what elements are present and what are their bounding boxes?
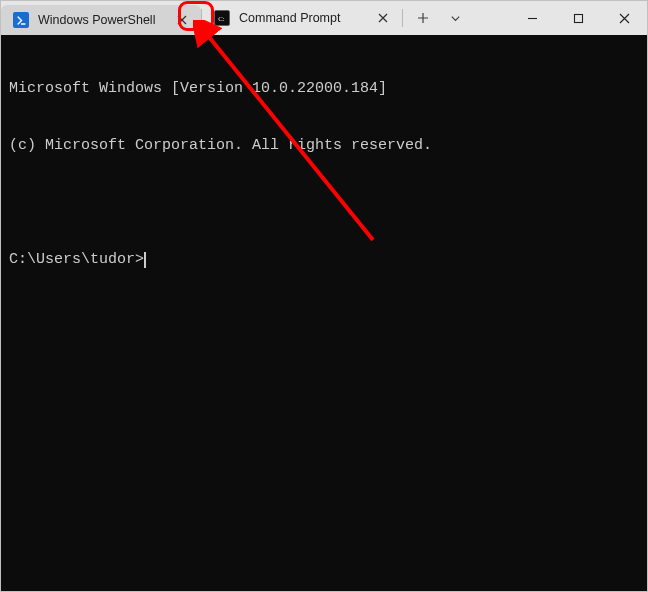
tab-label: Command Prompt xyxy=(239,11,365,25)
window-controls xyxy=(509,1,647,35)
terminal-output[interactable]: Microsoft Windows [Version 10.0.22000.18… xyxy=(1,35,647,591)
terminal-window: Windows PowerShell C: Command Prompt xyxy=(0,0,648,592)
tab-label: Windows PowerShell xyxy=(38,13,164,27)
prompt-text: C:\Users\tudor> xyxy=(9,251,144,268)
tab-controls xyxy=(403,1,475,35)
tab-command-prompt[interactable]: C: Command Prompt xyxy=(202,1,402,35)
close-icon xyxy=(177,15,187,25)
tab-strip: Windows PowerShell C: Command Prompt xyxy=(1,1,509,35)
close-tab-button[interactable] xyxy=(374,9,392,27)
chevron-down-icon xyxy=(450,13,461,24)
close-window-button[interactable] xyxy=(601,1,647,35)
minimize-icon xyxy=(527,13,538,24)
powershell-icon xyxy=(13,12,29,28)
svg-rect-3 xyxy=(574,14,582,22)
terminal-line xyxy=(9,193,639,212)
close-icon xyxy=(619,13,630,24)
new-tab-button[interactable] xyxy=(407,3,439,33)
maximize-button[interactable] xyxy=(555,1,601,35)
terminal-prompt-line: C:\Users\tudor> xyxy=(9,250,639,269)
terminal-line: Microsoft Windows [Version 10.0.22000.18… xyxy=(9,79,639,98)
tab-dropdown-button[interactable] xyxy=(439,3,471,33)
cursor xyxy=(144,252,146,268)
minimize-button[interactable] xyxy=(509,1,555,35)
terminal-line: (c) Microsoft Corporation. All rights re… xyxy=(9,136,639,155)
titlebar[interactable]: Windows PowerShell C: Command Prompt xyxy=(1,1,647,35)
close-icon xyxy=(378,13,388,23)
tab-powershell[interactable]: Windows PowerShell xyxy=(1,5,201,35)
maximize-icon xyxy=(573,13,584,24)
svg-text:C:: C: xyxy=(218,15,225,22)
command-prompt-icon: C: xyxy=(214,10,230,26)
plus-icon xyxy=(417,12,429,24)
close-tab-button[interactable] xyxy=(173,11,191,29)
